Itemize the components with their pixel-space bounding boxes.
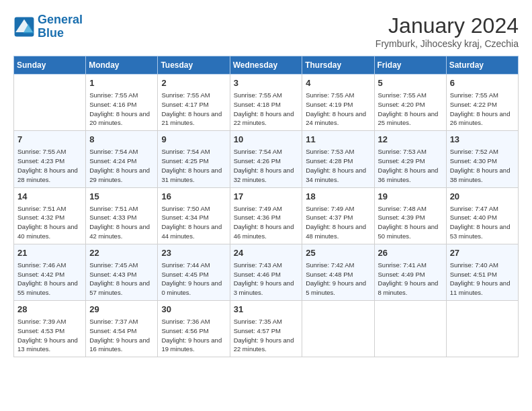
calendar-cell: 6Sunrise: 7:55 AMSunset: 4:22 PMDaylight… [446,75,518,131]
day-number: 22 [89,247,154,259]
calendar-cell: 14Sunrise: 7:51 AMSunset: 4:32 PMDayligh… [14,187,86,244]
header-day-monday: Monday [86,56,158,75]
calendar-cell [446,301,518,357]
day-number: 31 [234,304,299,316]
calendar-cell: 12Sunrise: 7:53 AMSunset: 4:29 PMDayligh… [374,131,446,187]
day-number: 12 [378,134,443,146]
day-detail: Sunrise: 7:54 AMSunset: 4:24 PMDaylight:… [89,147,154,184]
calendar-cell: 2Sunrise: 7:55 AMSunset: 4:17 PMDaylight… [158,75,230,131]
calendar-cell: 9Sunrise: 7:54 AMSunset: 4:25 PMDaylight… [158,131,230,187]
calendar-header: SundayMondayTuesdayWednesdayThursdayFrid… [14,56,519,75]
calendar-week-2: 7Sunrise: 7:55 AMSunset: 4:23 PMDaylight… [14,131,519,187]
day-detail: Sunrise: 7:48 AMSunset: 4:39 PMDaylight:… [378,204,443,241]
day-number: 6 [450,77,515,89]
day-detail: Sunrise: 7:43 AMSunset: 4:46 PMDaylight:… [234,261,299,298]
day-detail: Sunrise: 7:45 AMSunset: 4:43 PMDaylight:… [89,261,154,298]
day-number: 5 [378,77,443,89]
header-day-sunday: Sunday [14,56,86,75]
day-number: 20 [450,191,515,203]
day-number: 10 [234,134,299,146]
day-number: 1 [89,77,154,89]
calendar-cell: 11Sunrise: 7:53 AMSunset: 4:28 PMDayligh… [302,131,374,187]
calendar-cell: 22Sunrise: 7:45 AMSunset: 4:43 PMDayligh… [86,244,158,300]
calendar-cell: 31Sunrise: 7:35 AMSunset: 4:57 PMDayligh… [230,301,302,357]
day-number: 4 [306,77,370,89]
calendar-cell: 28Sunrise: 7:39 AMSunset: 4:53 PMDayligh… [14,301,86,357]
day-number: 26 [378,247,443,259]
calendar-cell: 1Sunrise: 7:55 AMSunset: 4:16 PMDaylight… [86,75,158,131]
day-detail: Sunrise: 7:55 AMSunset: 4:16 PMDaylight:… [89,91,154,128]
day-detail: Sunrise: 7:39 AMSunset: 4:53 PMDaylight:… [17,317,82,354]
day-number: 16 [161,191,226,203]
day-number: 3 [234,77,299,89]
calendar-cell: 8Sunrise: 7:54 AMSunset: 4:24 PMDaylight… [86,131,158,187]
calendar-table: SundayMondayTuesdayWednesdayThursdayFrid… [13,56,519,357]
calendar-cell: 16Sunrise: 7:50 AMSunset: 4:34 PMDayligh… [158,187,230,244]
logo: General Blue [13,13,83,40]
day-detail: Sunrise: 7:51 AMSunset: 4:33 PMDaylight:… [89,204,154,241]
page-header: General Blue January 2024 Frymburk, Jiho… [13,13,519,49]
calendar-cell: 27Sunrise: 7:40 AMSunset: 4:51 PMDayligh… [446,244,518,300]
day-number: 18 [306,191,370,203]
calendar-cell: 17Sunrise: 7:49 AMSunset: 4:36 PMDayligh… [230,187,302,244]
logo-text: General Blue [38,13,83,40]
calendar-cell: 3Sunrise: 7:55 AMSunset: 4:18 PMDaylight… [230,75,302,131]
day-number: 27 [450,247,515,259]
day-number: 9 [161,134,226,146]
calendar-body: 1Sunrise: 7:55 AMSunset: 4:16 PMDaylight… [14,75,519,357]
day-number: 25 [306,247,370,259]
calendar-cell [302,301,374,357]
day-detail: Sunrise: 7:44 AMSunset: 4:45 PMDaylight:… [161,261,226,298]
calendar-cell: 15Sunrise: 7:51 AMSunset: 4:33 PMDayligh… [86,187,158,244]
day-number: 23 [161,247,226,259]
header-day-friday: Friday [374,56,446,75]
calendar-week-1: 1Sunrise: 7:55 AMSunset: 4:16 PMDaylight… [14,75,519,131]
day-detail: Sunrise: 7:55 AMSunset: 4:17 PMDaylight:… [161,91,226,128]
calendar-cell: 4Sunrise: 7:55 AMSunset: 4:19 PMDaylight… [302,75,374,131]
day-number: 30 [161,304,226,316]
day-detail: Sunrise: 7:50 AMSunset: 4:34 PMDaylight:… [161,204,226,241]
day-number: 7 [17,134,82,146]
calendar-cell: 13Sunrise: 7:52 AMSunset: 4:30 PMDayligh… [446,131,518,187]
day-detail: Sunrise: 7:54 AMSunset: 4:25 PMDaylight:… [161,147,226,184]
day-number: 2 [161,77,226,89]
day-detail: Sunrise: 7:55 AMSunset: 4:20 PMDaylight:… [378,91,443,128]
month-title: January 2024 [375,13,519,38]
calendar-cell: 24Sunrise: 7:43 AMSunset: 4:46 PMDayligh… [230,244,302,300]
calendar-cell: 18Sunrise: 7:49 AMSunset: 4:37 PMDayligh… [302,187,374,244]
day-number: 24 [234,247,299,259]
header-day-saturday: Saturday [446,56,518,75]
calendar-cell: 30Sunrise: 7:36 AMSunset: 4:56 PMDayligh… [158,301,230,357]
day-detail: Sunrise: 7:36 AMSunset: 4:56 PMDaylight:… [161,317,226,354]
day-detail: Sunrise: 7:55 AMSunset: 4:19 PMDaylight:… [306,91,370,128]
calendar-cell: 7Sunrise: 7:55 AMSunset: 4:23 PMDaylight… [14,131,86,187]
header-day-thursday: Thursday [302,56,374,75]
calendar-cell: 10Sunrise: 7:54 AMSunset: 4:26 PMDayligh… [230,131,302,187]
day-detail: Sunrise: 7:55 AMSunset: 4:22 PMDaylight:… [450,91,515,128]
day-detail: Sunrise: 7:54 AMSunset: 4:26 PMDaylight:… [234,147,299,184]
day-detail: Sunrise: 7:35 AMSunset: 4:57 PMDaylight:… [234,317,299,354]
day-number: 15 [89,191,154,203]
header-day-tuesday: Tuesday [158,56,230,75]
calendar-cell: 19Sunrise: 7:48 AMSunset: 4:39 PMDayligh… [374,187,446,244]
day-number: 28 [17,304,82,316]
calendar-cell: 23Sunrise: 7:44 AMSunset: 4:45 PMDayligh… [158,244,230,300]
day-detail: Sunrise: 7:37 AMSunset: 4:54 PMDaylight:… [89,317,154,354]
day-number: 19 [378,191,443,203]
day-detail: Sunrise: 7:55 AMSunset: 4:18 PMDaylight:… [234,91,299,128]
day-detail: Sunrise: 7:41 AMSunset: 4:49 PMDaylight:… [378,261,443,298]
day-detail: Sunrise: 7:53 AMSunset: 4:29 PMDaylight:… [378,147,443,184]
day-number: 21 [17,247,82,259]
calendar-cell: 26Sunrise: 7:41 AMSunset: 4:49 PMDayligh… [374,244,446,300]
day-detail: Sunrise: 7:53 AMSunset: 4:28 PMDaylight:… [306,147,370,184]
header-row: SundayMondayTuesdayWednesdayThursdayFrid… [14,56,519,75]
day-detail: Sunrise: 7:47 AMSunset: 4:40 PMDaylight:… [450,204,515,241]
logo-icon [13,16,35,38]
title-block: January 2024 Frymburk, Jihocesky kraj, C… [375,13,519,49]
calendar-cell [374,301,446,357]
day-number: 11 [306,134,370,146]
day-number: 13 [450,134,515,146]
day-detail: Sunrise: 7:55 AMSunset: 4:23 PMDaylight:… [17,147,82,184]
calendar-cell [14,75,86,131]
calendar-cell: 25Sunrise: 7:42 AMSunset: 4:48 PMDayligh… [302,244,374,300]
